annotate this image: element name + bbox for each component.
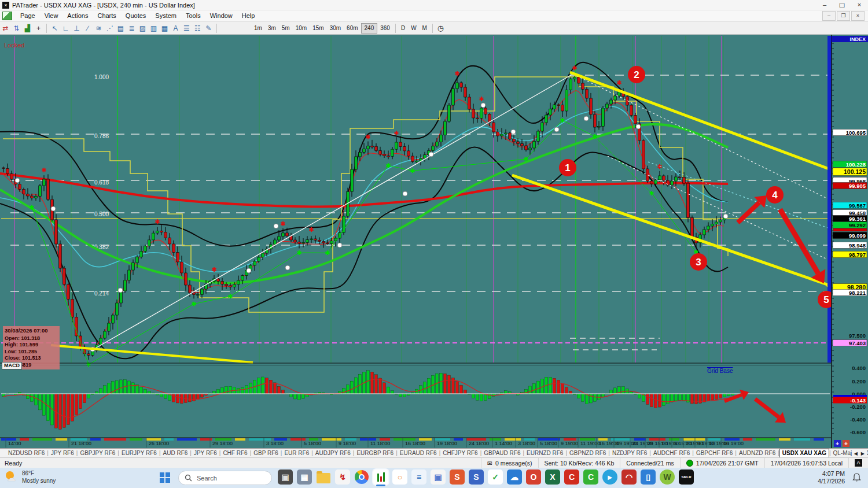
- timeframe-10m[interactable]: 10m: [293, 23, 310, 34]
- symbol-tab-gbpjpy-rf6[interactable]: GBPJPY RF6: [78, 449, 117, 457]
- symbol-tab-jpy-rf6[interactable]: JPY RF6: [49, 449, 76, 457]
- app-c-red-icon[interactable]: C: [564, 469, 579, 485]
- period-m[interactable]: M: [420, 23, 430, 34]
- calculator-icon[interactable]: ▦: [297, 469, 312, 485]
- chrome-icon[interactable]: [354, 469, 369, 485]
- timeframe-5m[interactable]: 5m: [279, 23, 293, 34]
- maximize-button[interactable]: ▢: [833, 0, 851, 10]
- menu-item-window[interactable]: Window: [205, 10, 237, 21]
- trendline-tool[interactable]: ∟: [60, 23, 71, 34]
- symbol-tab-chf-rf6[interactable]: CHF RF6: [220, 449, 249, 457]
- mdi-close-button[interactable]: ×: [851, 11, 865, 21]
- mail-client-icon[interactable]: ○: [392, 469, 407, 485]
- symbol-tab-eur-rf6[interactable]: EUR RF6: [282, 449, 311, 457]
- chart-canvas[interactable]: 1.0000.7860.6180.5000.3820.2141234514:00…: [0, 35, 868, 448]
- pointer-tool[interactable]: ↖: [49, 23, 60, 34]
- symbol-tab-nzdjpy-rf6[interactable]: NZDJPY RF6: [610, 449, 649, 457]
- symbol-tab-eurjpy-rf6[interactable]: EURJPY RF6: [119, 449, 159, 457]
- timeframe-240[interactable]: 240: [361, 23, 378, 34]
- search-box[interactable]: Search: [178, 471, 272, 485]
- telegram-icon[interactable]: ▸: [602, 469, 617, 485]
- timeframe-360[interactable]: 360: [377, 23, 393, 34]
- timeframe-60m[interactable]: 60m: [344, 23, 361, 34]
- vertical-line-tool[interactable]: ⊥: [71, 23, 82, 34]
- fibonacci-tool[interactable]: ▨: [137, 23, 148, 34]
- app-red-icon[interactable]: ◠: [621, 469, 637, 485]
- symbol-tab-gbpnzd-rf6[interactable]: GBPNZD RF6: [567, 449, 608, 457]
- media-viewer-icon[interactable]: ▣: [431, 469, 446, 485]
- file-explorer-icon[interactable]: [316, 469, 331, 485]
- symbol-tab-audnzd-rf6[interactable]: AUDNZD RF6: [737, 449, 778, 457]
- symbol-tab-gbp-rf6[interactable]: GBP RF6: [251, 449, 281, 457]
- period-w[interactable]: W: [408, 23, 419, 34]
- symbol-tab-eurgbp-rf6[interactable]: EURGBP RF6: [354, 449, 396, 457]
- trading-app-icon[interactable]: ↯: [335, 469, 350, 485]
- menu-item-actions[interactable]: Actions: [62, 10, 93, 21]
- menu-item-quotes[interactable]: Quotes: [121, 10, 150, 21]
- close-button[interactable]: ×: [851, 0, 868, 10]
- timeframe-3m[interactable]: 3m: [265, 23, 279, 34]
- price-axis[interactable]: INDEX100.695100.228100.12599.96899.90599…: [832, 35, 868, 448]
- tab-scroll-right-icon[interactable]: ▶: [861, 451, 865, 456]
- crosshair-icon[interactable]: +: [33, 23, 44, 34]
- timeframe-15m[interactable]: 15m: [310, 23, 326, 34]
- symbol-tab-chfjpy-rf6[interactable]: CHFJPY RF6: [440, 449, 480, 457]
- levels-green-tool[interactable]: ☷: [192, 23, 203, 34]
- taskbar-clock[interactable]: 4:07 PM 4/17/2026: [818, 470, 845, 485]
- symbol-tab-audchf-rf6[interactable]: AUDCHF RF6: [651, 449, 692, 457]
- check-green-icon[interactable]: ✓: [488, 469, 503, 485]
- scroll-right-icon[interactable]: ⇅: [11, 23, 22, 34]
- bars-pattern-tool[interactable]: ▥: [148, 23, 159, 34]
- diagonal-line-tool[interactable]: ∕: [82, 23, 93, 34]
- chart-menu-icon[interactable]: [2, 12, 12, 20]
- tab-scroll-left-icon[interactable]: ◀: [854, 451, 858, 456]
- period-d[interactable]: D: [398, 23, 408, 34]
- chart-type-icon[interactable]: ▟: [22, 23, 33, 34]
- menu-item-view[interactable]: View: [40, 10, 63, 21]
- smlr-icon[interactable]: SMLR: [679, 469, 694, 485]
- symbol-tab-jpy-rf6[interactable]: JPY RF6: [192, 449, 219, 457]
- excel-icon[interactable]: X: [545, 469, 560, 485]
- symbol-tab-gbpaud-rf6[interactable]: GBPAUD RF6: [481, 449, 523, 457]
- start-button[interactable]: [160, 472, 170, 483]
- ray-tool[interactable]: ⋰: [104, 23, 115, 34]
- cloud-blue-icon[interactable]: ☁: [507, 469, 522, 485]
- symbol-tab-usdx-xau-xag[interactable]: USDX XAU XAG: [779, 449, 829, 457]
- camtasia-icon[interactable]: C: [583, 469, 598, 485]
- mdi-minimize-button[interactable]: –: [822, 11, 836, 21]
- parallel-channel-tool[interactable]: ≋: [93, 23, 104, 34]
- symbol-tab-eurnzd-rf6[interactable]: EURNZD RF6: [524, 449, 565, 457]
- app-s-blue-icon[interactable]: S: [469, 469, 484, 485]
- symbol-tab-aud-rf6[interactable]: AUD RF6: [161, 449, 190, 457]
- menu-item-tools[interactable]: Tools: [181, 10, 205, 21]
- hlevels-tool[interactable]: ≣: [126, 23, 137, 34]
- text-tool[interactable]: A: [170, 23, 181, 34]
- symbol-tab-euraud-rf6[interactable]: EURAUD RF6: [398, 449, 439, 457]
- notification-bell-icon[interactable]: [852, 473, 861, 482]
- tray-overflow-icon[interactable]: ▣: [278, 469, 293, 485]
- pen-tool[interactable]: ✎: [203, 23, 214, 34]
- notepad-icon[interactable]: ≡: [411, 469, 426, 485]
- rectangle-tool[interactable]: ▦: [159, 23, 170, 34]
- phone-link-icon[interactable]: ▯: [641, 469, 656, 485]
- clock-icon[interactable]: ◷: [435, 23, 446, 34]
- menu-item-charts[interactable]: Charts: [93, 10, 120, 21]
- hline-tool[interactable]: ▤: [115, 23, 126, 34]
- app-red-circle-icon[interactable]: O: [526, 469, 541, 485]
- w-green-icon[interactable]: W: [660, 469, 675, 485]
- menu-item-help[interactable]: Help: [237, 10, 260, 21]
- patrader-taskbar-icon[interactable]: [373, 469, 388, 485]
- mdi-restore-button[interactable]: ❐: [837, 11, 850, 21]
- symbol-tab-nzdusd-rf6[interactable]: NZDUSD RF6: [6, 449, 47, 457]
- menu-item-page[interactable]: Page: [16, 10, 40, 21]
- symbol-tab-gbpchf-rf6[interactable]: GBPCHF RF6: [694, 449, 735, 457]
- symbol-tab-audjpy-rf6[interactable]: AUDJPY RF6: [313, 449, 353, 457]
- timeframe-30m[interactable]: 30m: [327, 23, 344, 34]
- levels-red-tool[interactable]: ☰: [181, 23, 192, 34]
- minimize-button[interactable]: –: [816, 0, 833, 10]
- menu-item-system[interactable]: System: [150, 10, 181, 21]
- scroll-left-icon[interactable]: ⇄: [0, 23, 11, 34]
- weather-widget[interactable]: ☁ 86°F Mostly sunny: [5, 469, 56, 485]
- app-s-red-icon[interactable]: S: [450, 469, 465, 485]
- timeframe-1m[interactable]: 1m: [251, 23, 265, 34]
